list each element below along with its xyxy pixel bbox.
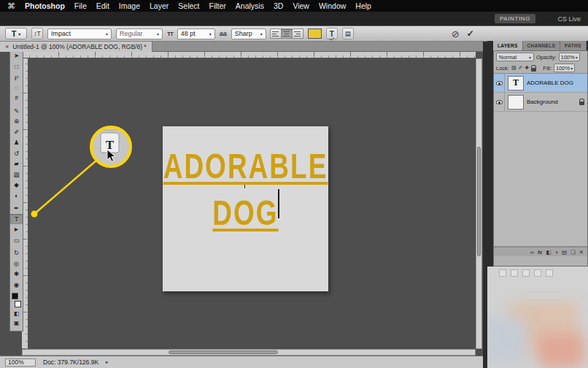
commit-edits-button[interactable]: ✓ bbox=[467, 28, 474, 39]
text-color-swatch[interactable] bbox=[308, 28, 322, 39]
spot-healing-brush-tool[interactable]: ⊕ bbox=[10, 116, 23, 127]
layer-name[interactable]: Background bbox=[527, 99, 558, 105]
horizontal-type-tool[interactable]: T bbox=[10, 214, 23, 225]
3d-orbit-tool[interactable]: ◎ bbox=[10, 258, 23, 269]
workspace-switcher-painting[interactable]: PAINTING bbox=[495, 14, 535, 23]
crop-tool[interactable]: # bbox=[10, 93, 23, 104]
blend-mode-select[interactable]: Normal ▾ bbox=[496, 53, 534, 61]
background-color-swatch[interactable] bbox=[15, 301, 21, 307]
tab-channels[interactable]: CHANNELS bbox=[523, 41, 561, 50]
document-tab[interactable]: × Untitled-1 @ 100% (ADORABLE DOG, RGB/8… bbox=[0, 42, 152, 52]
font-style-select[interactable]: Regular ▾ bbox=[116, 28, 163, 39]
menu-edit[interactable]: Edit bbox=[96, 1, 109, 10]
lock-pixels-icon[interactable]: ✐ bbox=[519, 65, 523, 71]
eyedropper-tool[interactable]: ✎ bbox=[10, 106, 23, 117]
tab-paths[interactable]: PATHS bbox=[560, 41, 587, 50]
visibility-toggle[interactable] bbox=[494, 93, 505, 112]
lasso-tool[interactable]: ℘ bbox=[10, 72, 23, 83]
clone-stamp-tool[interactable]: ♟ bbox=[10, 137, 23, 148]
document-canvas[interactable]: ADORABLE DOG bbox=[163, 126, 328, 291]
align-right-button[interactable] bbox=[292, 28, 303, 39]
opacity-label: Opacity: bbox=[536, 54, 557, 61]
rectangle-tool[interactable]: ▭ bbox=[10, 235, 23, 246]
horizontal-ruler bbox=[22, 52, 476, 58]
menu-analysis[interactable]: Analysis bbox=[236, 1, 264, 10]
dodge-tool[interactable]: ◐ bbox=[10, 191, 23, 202]
apple-menu-icon[interactable]: ⌘ bbox=[7, 1, 15, 11]
menu-select[interactable]: Select bbox=[178, 1, 199, 10]
font-family-select[interactable]: Impact ▾ bbox=[47, 28, 112, 39]
menu-window[interactable]: Window bbox=[319, 1, 346, 10]
warp-text-button[interactable]: T bbox=[326, 28, 338, 39]
vertical-scrollbar-thumb[interactable] bbox=[477, 147, 481, 256]
gradient-tool[interactable]: ▨ bbox=[10, 169, 23, 180]
cs-live-button[interactable]: CS Live bbox=[557, 15, 581, 23]
cancel-edits-button[interactable]: ⊘ bbox=[452, 28, 460, 39]
align-left-button[interactable] bbox=[270, 28, 282, 39]
lock-all-icon[interactable] bbox=[531, 68, 536, 72]
zoom-tool[interactable]: ◉ bbox=[10, 280, 23, 291]
fill-field[interactable]: 100% ▾ bbox=[554, 64, 575, 72]
layer-row-adorable-dog[interactable]: T ADORABLE DOG bbox=[494, 74, 587, 93]
menu-view[interactable]: View bbox=[293, 1, 309, 10]
horizontal-scrollbar-thumb[interactable] bbox=[169, 350, 278, 354]
font-size-select[interactable]: 48 pt ▾ bbox=[177, 28, 215, 39]
fill-label: Fill: bbox=[543, 65, 552, 72]
horizontal-scrollbar[interactable] bbox=[22, 349, 476, 356]
canvas-text-line-2[interactable]: DOG bbox=[212, 193, 278, 234]
text-cursor bbox=[278, 189, 279, 218]
layer-group-icon[interactable]: ▤ bbox=[562, 249, 567, 256]
history-brush-tool[interactable]: ↺ bbox=[10, 148, 23, 159]
new-layer-icon[interactable]: ❏ bbox=[570, 249, 576, 256]
menu-3d[interactable]: 3D bbox=[274, 1, 283, 10]
eraser-tool[interactable]: ▰ bbox=[10, 158, 23, 169]
layer-effects-icon[interactable]: fx bbox=[538, 250, 542, 255]
delete-layer-icon[interactable]: ✕ bbox=[579, 249, 584, 256]
canvas-text-line-1[interactable]: ADORABLE bbox=[163, 147, 328, 187]
path-selection-tool[interactable]: ► bbox=[10, 224, 23, 235]
blur-tool[interactable]: ◆ bbox=[10, 180, 23, 191]
adjustment-layer-icon[interactable]: ◑ bbox=[554, 249, 558, 256]
lock-fill-row: Lock: ▨ ✐ ✚ Fill: 100% ▾ bbox=[494, 63, 587, 73]
quick-mask-button[interactable]: ◧ bbox=[10, 309, 23, 318]
layer-row-background[interactable]: Background bbox=[494, 93, 587, 112]
layer-name[interactable]: ADORABLE DOG bbox=[527, 80, 573, 86]
pen-tool[interactable]: ✒ bbox=[10, 203, 23, 214]
screen-mode-button[interactable]: ▣ bbox=[10, 318, 23, 328]
visibility-toggle[interactable] bbox=[494, 74, 505, 93]
rectangular-marquee-tool[interactable]: □ bbox=[10, 61, 23, 72]
move-tool[interactable]: ➤ bbox=[10, 52, 23, 61]
menu-file[interactable]: File bbox=[74, 1, 87, 10]
text-orientation-button[interactable]: ↕T bbox=[31, 28, 43, 39]
tab-layers[interactable]: LAYERS bbox=[493, 41, 523, 50]
align-center-icon bbox=[283, 31, 290, 37]
blurred-screenshot-region bbox=[487, 267, 588, 368]
background-layer-thumbnail[interactable] bbox=[508, 95, 524, 110]
align-center-button[interactable] bbox=[281, 28, 293, 39]
tool-preset-picker[interactable]: T ▾ bbox=[5, 28, 27, 39]
menu-layer[interactable]: Layer bbox=[150, 1, 169, 10]
lock-position-icon[interactable]: ✚ bbox=[525, 65, 529, 71]
edit-commit-group: ⊘ ✓ bbox=[452, 28, 474, 39]
menu-photoshop[interactable]: Photoshop bbox=[25, 1, 65, 10]
link-layers-icon[interactable]: ∞ bbox=[530, 249, 534, 256]
quick-selection-tool[interactable]: ◌ bbox=[10, 83, 23, 93]
3d-rotate-tool[interactable]: ↻ bbox=[10, 248, 23, 258]
layer-mask-icon[interactable]: ◧ bbox=[546, 249, 551, 256]
toggle-panels-button[interactable]: ▤ bbox=[342, 28, 354, 39]
foreground-color-swatch[interactable] bbox=[12, 293, 18, 299]
type-layer-thumbnail[interactable]: T bbox=[508, 76, 524, 91]
status-popup-arrow-icon[interactable]: ▸ bbox=[106, 359, 109, 365]
menu-image[interactable]: Image bbox=[119, 1, 140, 10]
vertical-scrollbar[interactable] bbox=[476, 58, 482, 349]
close-tab-icon[interactable]: × bbox=[5, 43, 9, 50]
anti-alias-select[interactable]: Sharp ▾ bbox=[231, 28, 266, 39]
color-swatches-widget[interactable] bbox=[10, 291, 23, 309]
zoom-level-field[interactable]: 100% bbox=[5, 359, 36, 367]
brush-tool[interactable]: ✐ bbox=[10, 127, 23, 138]
hand-tool[interactable]: ✱ bbox=[10, 269, 23, 280]
menu-filter[interactable]: Filter bbox=[209, 1, 225, 10]
menu-help[interactable]: Help bbox=[355, 1, 371, 10]
opacity-field[interactable]: 100% ▾ bbox=[559, 53, 580, 61]
lock-transparency-icon[interactable]: ▨ bbox=[511, 65, 517, 71]
